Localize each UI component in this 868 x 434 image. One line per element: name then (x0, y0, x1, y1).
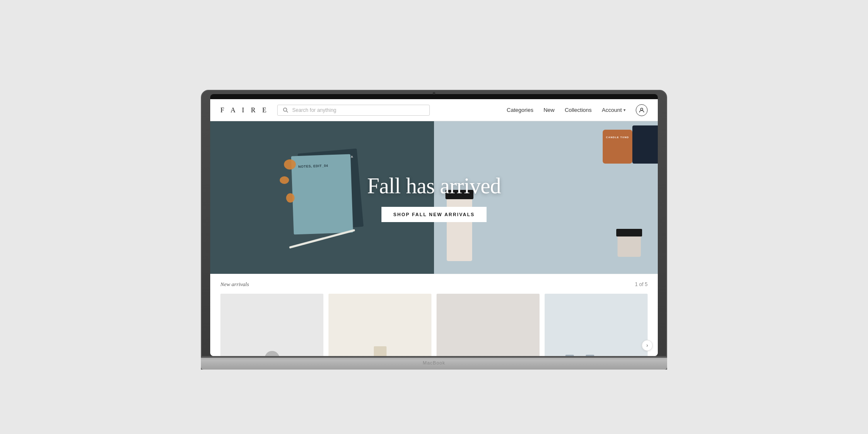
product-decoration-circle (264, 351, 279, 356)
product-grid: › (220, 294, 648, 356)
search-bar[interactable]: Search for anything (277, 105, 430, 116)
orange-chip-1 (284, 159, 296, 170)
browser-screen: F A I R E Search for anything Categories… (210, 99, 658, 356)
orange-chip-3 (286, 193, 295, 203)
product-card[interactable] (220, 294, 323, 356)
notebook-front-label: NOTES, EDIT_04 (298, 163, 328, 169)
candle-tall-lid (445, 190, 473, 199)
user-icon (639, 107, 645, 113)
candle-short-lid (616, 229, 642, 236)
product-decoration-candle (374, 346, 387, 356)
laptop-base (201, 358, 667, 370)
candle-scene: CANDLE TIIND (434, 121, 658, 274)
candle-amber-label: CANDLE TIIND (603, 130, 632, 140)
laptop-wrapper: F A I R E Search for anything Categories… (201, 64, 667, 370)
notebook-scene: FERNANDO DESSOA NOTES, EDIT_04 (275, 142, 369, 253)
user-avatar-button[interactable] (636, 104, 648, 116)
product-card[interactable] (437, 294, 540, 356)
account-chevron-icon: ▾ (623, 108, 626, 112)
scroll-next-button[interactable]: › (642, 340, 653, 351)
candle-tall (447, 193, 472, 261)
product-card[interactable] (328, 294, 431, 356)
notebook-scene-wrapper: FERNANDO DESSOA NOTES, EDIT_04 (210, 121, 434, 274)
categories-link[interactable]: Categories (507, 107, 534, 113)
nav-links: Categories New Collections Account ▾ (507, 104, 648, 116)
laptop-body: F A I R E Search for anything Categories… (201, 90, 667, 370)
shop-fall-cta-button[interactable]: SHOP FALL NEW ARRIVALS (381, 207, 487, 222)
hero-right-panel: CANDLE TIIND (434, 121, 658, 274)
new-link[interactable]: New (543, 107, 554, 113)
candle-amber: CANDLE TIIND (603, 130, 632, 164)
new-arrivals-section: New arrivals 1 of 5 (210, 274, 658, 356)
product-card-inner (437, 294, 540, 356)
hero-left-panel: FERNANDO DESSOA NOTES, EDIT_04 (210, 121, 434, 274)
section-header: New arrivals 1 of 5 (220, 281, 648, 288)
collections-link[interactable]: Collections (565, 107, 592, 113)
hero-banner: FERNANDO DESSOA NOTES, EDIT_04 (210, 121, 658, 274)
search-icon (283, 107, 289, 113)
section-title: New arrivals (220, 281, 249, 288)
product-card-inner (328, 294, 431, 356)
laptop-hinge (201, 358, 667, 359)
orange-chip-2 (280, 176, 289, 184)
product-card[interactable] (545, 294, 648, 356)
faire-logo: F A I R E (220, 106, 269, 114)
screen-bezel: F A I R E Search for anything Categories… (210, 94, 658, 356)
browser-content: F A I R E Search for anything Categories… (210, 99, 658, 356)
navbar: F A I R E Search for anything Categories… (210, 99, 658, 121)
svg-line-1 (287, 111, 288, 112)
candle-short (618, 231, 641, 257)
svg-point-2 (640, 108, 643, 110)
product-card-inner (220, 294, 323, 356)
search-placeholder-text: Search for anything (292, 107, 424, 113)
dark-box-decoration (632, 125, 658, 164)
camera-dot (433, 92, 435, 95)
svg-point-0 (284, 108, 287, 111)
product-card-inner (545, 294, 648, 356)
notebook-front: NOTES, EDIT_04 (291, 154, 353, 235)
account-link[interactable]: Account ▾ (602, 107, 626, 113)
pagination-indicator: 1 of 5 (635, 281, 648, 287)
account-label: Account (602, 107, 622, 113)
